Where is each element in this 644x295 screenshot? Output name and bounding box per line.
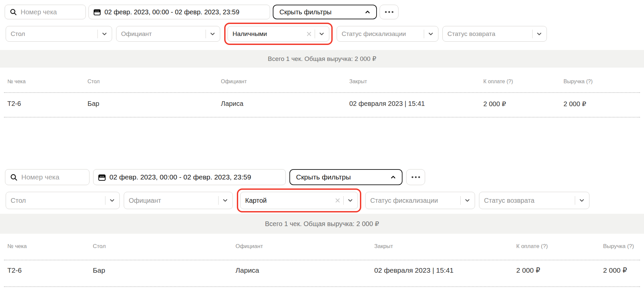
hide-filters-label: Скрыть фильтры bbox=[296, 173, 351, 181]
chevron-down-icon bbox=[318, 31, 325, 37]
cell-to-pay[interactable]: 2 000 ₽ bbox=[483, 100, 506, 108]
filter-payment-value: Картой bbox=[245, 197, 333, 204]
divider bbox=[343, 196, 344, 205]
divider bbox=[206, 30, 206, 38]
chevron-down-icon bbox=[464, 197, 471, 204]
filter-refund-status-dropdown[interactable]: Статус возврата bbox=[442, 26, 547, 42]
divider bbox=[218, 196, 219, 205]
filter-fiscal-status-dropdown[interactable]: Статус фискализации bbox=[337, 26, 438, 42]
date-range-picker[interactable]: 02 февр. 2023, 00:00 - 02 февр. 2023, 23… bbox=[88, 5, 270, 19]
chevron-down-icon bbox=[222, 197, 229, 204]
chevron-down-icon bbox=[101, 31, 108, 37]
cell-table[interactable]: Бар bbox=[87, 100, 99, 108]
filter-table-label: Стол bbox=[11, 197, 102, 204]
divider bbox=[97, 30, 98, 38]
more-actions-button[interactable] bbox=[380, 5, 399, 19]
filter-payment-dropdown[interactable]: Наличными bbox=[228, 26, 329, 42]
date-range-label: 02 февр. 2023, 00:00 - 02 февр. 2023, 23… bbox=[109, 173, 256, 181]
cell-closed[interactable]: 02 февраля 2023 | 15:41 bbox=[349, 100, 425, 108]
col-header-revenue[interactable]: Выручка (?) bbox=[603, 243, 634, 250]
col-header-revenue[interactable]: Выручка (?) bbox=[564, 79, 592, 85]
chevron-up-icon bbox=[390, 174, 397, 180]
receipt-number-search[interactable] bbox=[5, 169, 89, 185]
col-header-waiter: Официант bbox=[221, 79, 247, 85]
divider bbox=[105, 196, 106, 205]
col-header-table: Стол bbox=[93, 243, 106, 250]
clear-filter-icon[interactable] bbox=[306, 31, 312, 37]
col-header-to-pay[interactable]: К оплате (?) bbox=[483, 79, 513, 85]
cell-receipt-number[interactable]: Т2-6 bbox=[7, 266, 22, 274]
highlight-ring: Картой bbox=[237, 188, 361, 212]
cell-waiter[interactable]: Лариса bbox=[221, 100, 243, 108]
filter-payment-value: Наличными bbox=[233, 30, 304, 38]
date-range-picker[interactable]: 02 февр. 2023, 00:00 - 02 февр. 2023, 23… bbox=[93, 169, 286, 185]
divider bbox=[4, 117, 640, 118]
divider bbox=[4, 260, 640, 260]
filter-table-dropdown[interactable]: Стол bbox=[6, 26, 112, 42]
col-header-closed: Закрыт bbox=[349, 79, 367, 85]
col-header-to-pay[interactable]: К оплате (?) bbox=[516, 243, 548, 250]
chevron-down-icon bbox=[427, 31, 434, 37]
filter-payment-dropdown[interactable]: Картой bbox=[240, 192, 358, 209]
divider bbox=[4, 92, 640, 93]
chevron-down-icon bbox=[109, 197, 115, 204]
filter-waiter-label: Официант bbox=[121, 30, 203, 38]
chevron-down-icon bbox=[536, 31, 543, 37]
filter-refund-status-label: Статус возврата bbox=[447, 30, 530, 38]
cell-receipt-number[interactable]: Т2-6 bbox=[7, 100, 21, 108]
col-header-table: Стол bbox=[87, 79, 100, 85]
cell-to-pay[interactable]: 2 000 ₽ bbox=[516, 266, 540, 274]
col-header-closed: Закрыт bbox=[374, 243, 393, 250]
more-actions-button[interactable] bbox=[406, 169, 425, 185]
filter-fiscal-status-dropdown[interactable]: Статус фискализации bbox=[365, 192, 475, 209]
filter-fiscal-status-label: Статус фискализации bbox=[370, 197, 458, 204]
calendar-icon bbox=[98, 173, 106, 181]
filter-fiscal-status-label: Статус фискализации bbox=[342, 30, 421, 38]
date-range-label: 02 февр. 2023, 00:00 - 02 февр. 2023, 23… bbox=[104, 8, 245, 16]
filter-waiter-label: Официант bbox=[129, 197, 216, 204]
filter-refund-status-label: Статус возврата bbox=[484, 197, 572, 204]
search-input[interactable] bbox=[21, 173, 89, 181]
hide-filters-button[interactable]: Скрыть фильтры bbox=[273, 5, 377, 19]
receipt-number-search[interactable] bbox=[5, 5, 86, 19]
divider bbox=[460, 196, 461, 205]
divider bbox=[315, 30, 315, 38]
toolbar: 02 февр. 2023, 00:00 - 02 февр. 2023, 23… bbox=[5, 5, 399, 19]
col-header-receipt-number: № чека bbox=[7, 243, 27, 250]
more-icon bbox=[385, 11, 394, 13]
summary-bar: Всего 1 чек. Общая выручка: 2 000 ₽ bbox=[0, 214, 644, 234]
filter-table-label: Стол bbox=[11, 30, 95, 38]
chevron-down-icon bbox=[209, 31, 216, 37]
filter-table-dropdown[interactable]: Стол bbox=[6, 192, 120, 209]
cell-revenue[interactable]: 2 000 ₽ bbox=[603, 266, 627, 274]
col-header-receipt-number: № чека bbox=[7, 79, 26, 85]
search-input[interactable] bbox=[21, 8, 85, 16]
divider bbox=[4, 286, 640, 287]
hide-filters-button[interactable]: Скрыть фильтры bbox=[289, 169, 402, 185]
highlight-ring: Наличными bbox=[224, 23, 333, 45]
col-header-waiter: Официант bbox=[236, 243, 263, 250]
search-icon bbox=[10, 8, 17, 16]
more-icon bbox=[411, 176, 420, 178]
chevron-down-icon bbox=[578, 197, 585, 204]
hide-filters-label: Скрыть фильтры bbox=[279, 8, 332, 16]
chevron-down-icon bbox=[347, 197, 354, 204]
divider bbox=[532, 30, 533, 38]
clear-filter-icon[interactable] bbox=[335, 197, 341, 203]
cell-closed[interactable]: 02 февраля 2023 | 15:41 bbox=[374, 266, 454, 274]
divider bbox=[424, 30, 424, 38]
filter-waiter-dropdown[interactable]: Официант bbox=[124, 192, 233, 209]
receipts-panel-cash: 02 февр. 2023, 00:00 - 02 февр. 2023, 23… bbox=[0, 0, 644, 147]
cell-table[interactable]: Бар bbox=[93, 266, 105, 274]
filter-refund-status-dropdown[interactable]: Статус возврата bbox=[479, 192, 589, 209]
chevron-up-icon bbox=[364, 9, 371, 15]
divider bbox=[575, 196, 575, 205]
filter-waiter-dropdown[interactable]: Официант bbox=[116, 26, 220, 42]
cell-waiter[interactable]: Лариса bbox=[236, 266, 259, 274]
calendar-icon bbox=[93, 8, 101, 16]
receipts-panel-card: 02 февр. 2023, 00:00 - 02 февр. 2023, 23… bbox=[0, 164, 644, 295]
summary-bar: Всего 1 чек. Общая выручка: 2 000 ₽ bbox=[0, 50, 644, 68]
search-icon bbox=[10, 173, 18, 181]
filters-row: Стол Официант Картой bbox=[6, 188, 589, 212]
cell-revenue[interactable]: 2 000 ₽ bbox=[564, 100, 586, 108]
